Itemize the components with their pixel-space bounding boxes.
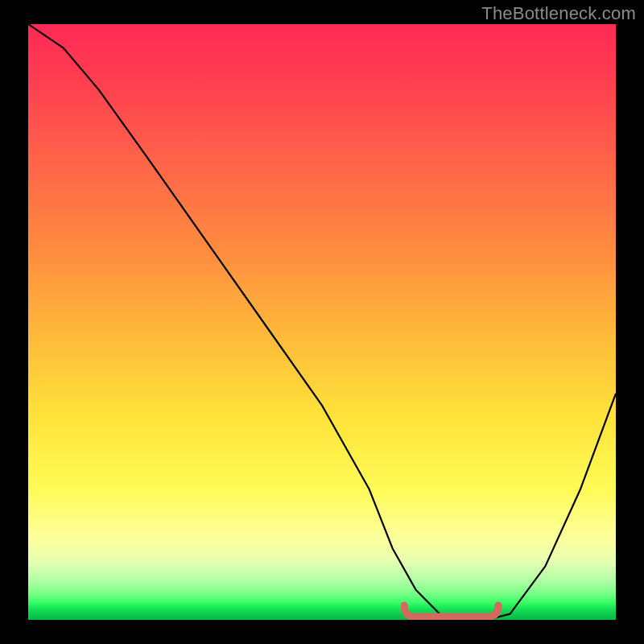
valley-highlight [28,24,616,620]
chart-frame: TheBottleneck.com [0,0,644,644]
watermark-text: TheBottleneck.com [481,3,636,24]
plot-area [28,24,616,620]
valley-highlight-path [404,605,498,617]
